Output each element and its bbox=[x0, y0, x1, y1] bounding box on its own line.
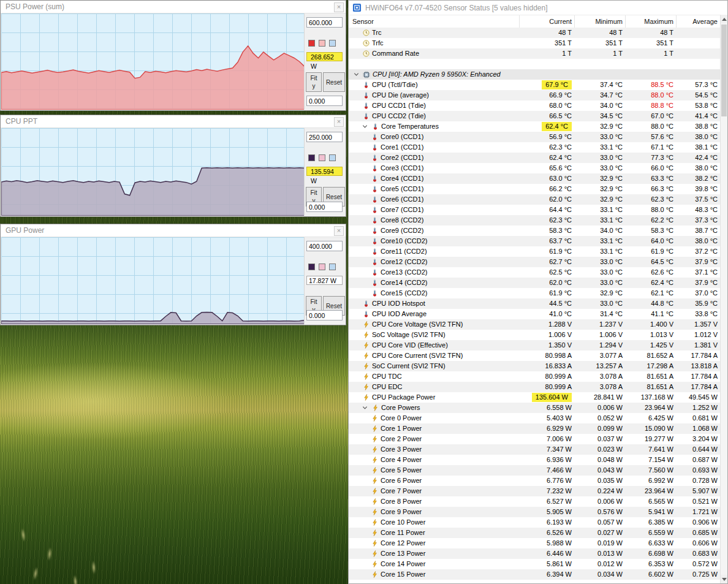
column-header-current[interactable]: Current bbox=[519, 15, 574, 28]
sensor-row[interactable]: Command Rate1 T1 T1 T bbox=[349, 48, 720, 59]
legend-color-swatch[interactable] bbox=[329, 264, 336, 270]
sensor-row[interactable]: CPU CCD2 (Tdie)66.5 °C34.5 °C67.0 °C41.4… bbox=[349, 111, 720, 121]
legend-color-swatch[interactable] bbox=[319, 40, 325, 47]
maximum-value: 66.3 °C bbox=[625, 184, 676, 194]
sensor-row[interactable]: Core12 (CCD2)62.7 °C33.0 °C64.5 °C37.9 °… bbox=[349, 257, 720, 267]
legend-color-swatch[interactable] bbox=[329, 154, 336, 161]
column-header-maximum[interactable]: Maximum bbox=[625, 15, 676, 28]
graph-window-titlebar[interactable]: GPU Power × bbox=[1, 224, 346, 237]
legend-color-swatch[interactable] bbox=[308, 154, 315, 161]
legend-color-swatch[interactable] bbox=[319, 154, 325, 161]
sensor-row[interactable]: Core9 (CCD2)58.3 °C34.0 °C58.3 °C38.7 °C bbox=[349, 226, 720, 236]
y-max-input[interactable] bbox=[306, 17, 343, 28]
column-header-sensor[interactable]: Sensor bbox=[349, 15, 519, 28]
reset-button[interactable]: Reset bbox=[323, 72, 345, 92]
scrollbar-thumb[interactable] bbox=[721, 25, 727, 116]
sensor-row[interactable]: CPU Core VID (Effective)1.350 V1.294 V1.… bbox=[349, 340, 720, 351]
sensor-row[interactable]: Core15 (CCD2)61.9 °C32.9 °C62.1 °C37.0 °… bbox=[349, 288, 720, 298]
graph-window-titlebar[interactable]: CPU PPT × bbox=[1, 115, 346, 128]
sensor-row[interactable]: Trfc351 T351 T351 T bbox=[349, 38, 720, 48]
sensor-row[interactable]: Core7 (CCD1)64.4 °C33.1 °C88.0 °C48.3 °C bbox=[349, 205, 720, 215]
fit-y-button[interactable]: Fit y bbox=[306, 72, 322, 92]
scroll-up-arrow-icon[interactable] bbox=[721, 15, 727, 23]
y-min-input[interactable] bbox=[306, 310, 343, 320]
column-header-minimum[interactable]: Minimum bbox=[574, 15, 625, 28]
sensor-row[interactable]: Core6 (CCD1)62.0 °C32.9 °C62.3 °C37.5 °C bbox=[349, 194, 720, 205]
sensor-label: CPU Package Power bbox=[372, 392, 435, 403]
sensor-row[interactable]: Core1 (CCD1)62.3 °C33.1 °C67.1 °C38.1 °C bbox=[349, 142, 720, 153]
y-max-input[interactable] bbox=[306, 241, 343, 251]
close-icon[interactable]: × bbox=[334, 117, 344, 127]
scroll-down-arrow-icon[interactable] bbox=[721, 575, 727, 583]
y-min-input[interactable] bbox=[306, 202, 343, 212]
hwinfo-titlebar[interactable]: HWiNFO64 v7.07-4520 Sensor Status [5 val… bbox=[349, 1, 727, 15]
average-value: 33.8 °C bbox=[676, 309, 720, 319]
sensor-row[interactable]: CPU (Tctl/Tdie)67.9 °C37.4 °C88.5 °C57.3… bbox=[349, 80, 720, 90]
sensor-row[interactable]: Core14 (CCD2)62.0 °C33.0 °C62.4 °C37.9 °… bbox=[349, 278, 720, 288]
sensor-name-cell: Core 5 Power bbox=[349, 465, 519, 476]
sensor-row[interactable]: Core 4 Power6.936 W0.048 W7.154 W0.687 W bbox=[349, 455, 720, 465]
close-icon[interactable]: × bbox=[334, 2, 344, 12]
sensor-row[interactable]: Core13 (CCD2)62.5 °C33.0 °C62.6 °C37.1 °… bbox=[349, 267, 720, 278]
close-icon[interactable]: × bbox=[334, 226, 344, 236]
sensor-row[interactable]: Core 3 Power7.347 W0.023 W7.641 W0.644 W bbox=[349, 444, 720, 455]
sensor-row[interactable]: SoC Current (SVI2 TFN)16.833 A13.257 A17… bbox=[349, 361, 720, 371]
sensor-row[interactable]: CPU TDC80.999 A3.078 A81.651 A17.784 A bbox=[349, 371, 720, 382]
sensor-row[interactable]: CPU Package Power135.604 W28.841 W137.16… bbox=[349, 392, 720, 403]
sensor-row[interactable]: CPU EDC80.999 A3.078 A81.651 A17.784 A bbox=[349, 382, 720, 392]
sensor-row[interactable]: Core Powers6.558 W0.006 W23.964 W1.252 W bbox=[349, 403, 720, 413]
sensor-row[interactable]: Core 6 Power6.776 W0.035 W6.992 W0.728 W bbox=[349, 476, 720, 486]
sensor-row[interactable]: Core 0 Power5.403 W0.052 W6.425 W0.681 W bbox=[349, 413, 720, 423]
column-header-average[interactable]: Average bbox=[676, 15, 720, 28]
sensor-row[interactable]: Core 12 Power5.988 W0.019 W6.633 W0.606 … bbox=[349, 538, 720, 548]
sensor-row[interactable]: Core 11 Power6.526 W0.027 W6.559 W0.685 … bbox=[349, 528, 720, 538]
sensor-row[interactable]: Core10 (CCD2)63.7 °C33.1 °C64.0 °C38.0 °… bbox=[349, 236, 720, 246]
collapse-chevron-icon[interactable] bbox=[362, 124, 369, 129]
legend-color-swatch[interactable] bbox=[319, 264, 325, 270]
sensor-row[interactable]: Core 7 Power7.232 W0.224 W23.964 W5.907 … bbox=[349, 486, 720, 496]
temp-icon bbox=[371, 186, 378, 192]
collapse-chevron-icon[interactable] bbox=[362, 405, 369, 411]
sensor-row[interactable]: Trc48 T48 T48 T bbox=[349, 28, 720, 38]
sensor-row[interactable]: Core8 (CCD2)62.3 °C33.1 °C62.2 °C37.3 °C bbox=[349, 215, 720, 226]
sensor-row[interactable]: CPU IOD Hotspot44.5 °C33.0 °C44.8 °C35.9… bbox=[349, 298, 720, 309]
legend-color-swatch[interactable] bbox=[308, 40, 315, 47]
sensor-row[interactable]: CPU Core Voltage (SVI2 TFN)1.288 V1.237 … bbox=[349, 319, 720, 330]
graph-window-titlebar[interactable]: PSU Power (sum) × bbox=[1, 1, 346, 13]
sensor-row[interactable]: Core0 (CCD1)56.9 °C33.0 °C57.6 °C38.0 °C bbox=[349, 132, 720, 142]
sensor-row[interactable]: Core5 (CCD1)66.2 °C32.9 °C66.3 °C39.8 °C bbox=[349, 184, 720, 194]
legend-color-swatch[interactable] bbox=[308, 264, 315, 270]
sensor-row[interactable]: CPU CCD1 (Tdie)68.0 °C34.0 °C88.8 °C53.8… bbox=[349, 100, 720, 111]
sensor-row[interactable]: Core3 (CCD1)65.6 °C33.0 °C66.0 °C38.0 °C bbox=[349, 163, 720, 173]
sensor-row[interactable]: Core 14 Power5.861 W0.012 W6.353 W0.572 … bbox=[349, 559, 720, 569]
minimum-value: 32.9 °C bbox=[574, 288, 625, 298]
legend-color-swatch[interactable] bbox=[329, 40, 336, 47]
sensor-row[interactable]: Core2 (CCD1)62.4 °C33.0 °C77.3 °C42.4 °C bbox=[349, 153, 720, 163]
sensor-row[interactable]: Core 13 Power6.446 W0.013 W6.698 W0.683 … bbox=[349, 548, 720, 559]
sensor-name-cell: CPU TDC bbox=[349, 371, 519, 382]
sensor-row[interactable]: Core 1 Power6.929 W0.099 W15.090 W1.068 … bbox=[349, 423, 720, 434]
sensor-row[interactable]: CPU IOD Average41.0 °C31.4 °C41.1 °C33.8… bbox=[349, 309, 720, 319]
current-value: 44.5 °C bbox=[519, 298, 574, 309]
sensor-name-cell: Core 7 Power bbox=[349, 486, 519, 496]
sensor-row[interactable]: Core 9 Power5.905 W0.576 W5.941 W1.721 W bbox=[349, 507, 720, 517]
maximum-value: 6.633 W bbox=[625, 538, 676, 548]
vertical-scrollbar[interactable] bbox=[720, 15, 727, 583]
sensor-row[interactable]: Core4 (CCD1)63.0 °C32.9 °C63.3 °C38.2 °C bbox=[349, 173, 720, 184]
sensor-row[interactable]: Core 5 Power7.466 W0.043 W7.560 W0.693 W bbox=[349, 465, 720, 476]
sensor-row[interactable]: Core 2 Power7.006 W0.037 W19.277 W3.204 … bbox=[349, 434, 720, 444]
sensor-row[interactable]: CPU Die (average)66.9 °C34.7 °C88.0 °C54… bbox=[349, 90, 720, 100]
sensor-row[interactable]: Core 8 Power6.527 W0.006 W6.565 W0.521 W bbox=[349, 496, 720, 507]
sensor-section-row[interactable]: CPU [#0]: AMD Ryzen 9 5950X: Enhanced bbox=[349, 69, 720, 80]
sensor-row[interactable]: SoC Voltage (SVI2 TFN)1.006 V1.006 V1.01… bbox=[349, 330, 720, 340]
sensor-name-cell: Core4 (CCD1) bbox=[349, 173, 519, 184]
sensor-label: Core10 (CCD2) bbox=[381, 236, 427, 246]
sensor-row[interactable]: Core 15 Power6.394 W0.034 W6.602 W0.725 … bbox=[349, 569, 720, 580]
y-min-input[interactable] bbox=[306, 96, 343, 106]
sensor-row[interactable]: Core Temperatures62.4 °C32.9 °C88.0 °C38… bbox=[349, 121, 720, 132]
sensor-row[interactable]: Core11 (CCD2)61.9 °C33.1 °C61.9 °C37.2 °… bbox=[349, 246, 720, 257]
collapse-chevron-icon[interactable] bbox=[354, 72, 360, 77]
y-max-input[interactable] bbox=[306, 132, 343, 142]
sensor-row[interactable]: CPU Core Current (SVI2 TFN)80.998 A3.077… bbox=[349, 351, 720, 361]
sensor-row[interactable]: Core 10 Power6.193 W0.057 W6.385 W0.906 … bbox=[349, 517, 720, 528]
